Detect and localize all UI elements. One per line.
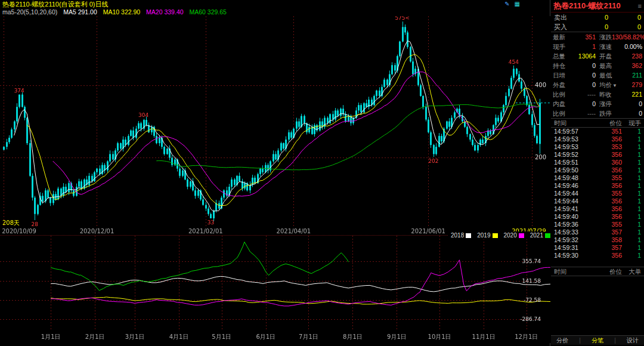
legend-item-2018[interactable]: 2018 bbox=[451, 232, 471, 239]
legend-item-2019[interactable]: 2019 bbox=[477, 232, 497, 239]
quote-cell: 持仓0 bbox=[551, 61, 597, 70]
tick-row[interactable]: 14:59:403561 bbox=[551, 213, 644, 221]
tick-price-header: 价位 bbox=[589, 119, 622, 127]
legend-item-2021[interactable]: 2021 bbox=[530, 232, 550, 239]
tick-time: 14:59:53 bbox=[554, 143, 589, 151]
quote-label: 跌停 bbox=[599, 109, 612, 118]
quote-label: 最新 bbox=[553, 32, 565, 42]
indicator-panel-icon[interactable]: ▦ bbox=[515, 0, 520, 8]
quote-value: 130/58.82% bbox=[612, 32, 644, 42]
tick-row[interactable]: 14:59:413561 bbox=[551, 205, 644, 213]
bid-row[interactable]: 买入 0 0 bbox=[551, 22, 644, 32]
tick-volume: 1 bbox=[622, 236, 641, 244]
quote-label: 涨停 bbox=[599, 99, 612, 109]
quote-row: 外盘0均价▼279 bbox=[551, 80, 644, 89]
draw-tool-icon[interactable]: ✎ bbox=[504, 0, 509, 8]
quote-value: 0.00% bbox=[624, 42, 642, 51]
tick-time: 14:59:51 bbox=[554, 159, 589, 166]
ask-price: 0 bbox=[575, 13, 608, 22]
tick-price: 355 bbox=[589, 221, 622, 228]
tick-time: 14:59:46 bbox=[554, 182, 589, 190]
legend-swatch bbox=[545, 233, 550, 238]
tick-time-header: 时间 bbox=[554, 119, 589, 127]
quote-value: 362 bbox=[631, 61, 642, 70]
tick-row[interactable]: 14:59:313571 bbox=[551, 244, 644, 252]
tick-price: 356 bbox=[589, 252, 622, 260]
ask-row[interactable]: 卖出 0 0 bbox=[551, 13, 644, 22]
tick-time: 14:59:52 bbox=[554, 151, 589, 159]
quote-cell: 涨停0 bbox=[597, 99, 644, 109]
tick-row[interactable]: 14:59:463561 bbox=[551, 182, 644, 190]
tick-time: 14:59:48 bbox=[554, 174, 589, 182]
legend-swatch bbox=[519, 233, 524, 238]
tick-volume: 1 bbox=[622, 182, 641, 190]
quote-value: 0 bbox=[592, 70, 596, 80]
quote-row: 最新351涨跌130/58.82% bbox=[551, 32, 644, 42]
ma-indicator-name: ma5-20(5,10,20,60) bbox=[2, 8, 57, 16]
tick-row[interactable]: 14:59:483551 bbox=[551, 174, 644, 182]
tick-row[interactable]: 14:59:303561 bbox=[551, 252, 644, 260]
big-order-price-header: 价位 bbox=[589, 267, 622, 276]
tick-price: 353 bbox=[589, 143, 622, 151]
quote-value: 1 bbox=[592, 42, 596, 51]
tick-row[interactable]: 14:59:523561 bbox=[551, 151, 644, 159]
tab-分笔[interactable]: 分笔 bbox=[592, 336, 603, 345]
chart-title: 热卷2110-螺纹2110(自设套利 0)日线 bbox=[2, 0, 108, 8]
tick-time: 14:59:36 bbox=[554, 221, 589, 228]
quote-label: 涨跌 bbox=[599, 32, 612, 42]
tick-volume: 1 bbox=[622, 205, 641, 213]
panel-menu-icon[interactable]: ≡ bbox=[638, 0, 642, 12]
tab-separator: | bbox=[579, 336, 581, 345]
tick-price: 360 bbox=[589, 159, 622, 166]
quote-label: 涨速 bbox=[599, 42, 612, 51]
tick-row[interactable]: 14:59:503561 bbox=[551, 166, 644, 174]
chart-title-row: 热卷2110-螺纹2110(自设套利 0)日线 ✎ ▦ bbox=[0, 0, 550, 8]
quote-value: 0 bbox=[592, 80, 596, 89]
tick-list[interactable]: 14:59:57351114:59:53356114:59:53353114:5… bbox=[551, 128, 644, 260]
quote-value: 0 bbox=[592, 99, 596, 109]
tick-time: 14:59:40 bbox=[554, 213, 589, 221]
ask-label: 卖出 bbox=[554, 13, 575, 22]
quote-label: 最高 bbox=[599, 61, 612, 70]
main-candlestick-chart[interactable] bbox=[0, 16, 550, 235]
quote-cell: 现手1 bbox=[551, 42, 597, 51]
bid-price: 0 bbox=[575, 22, 608, 32]
legend-item-2020[interactable]: 2020 bbox=[504, 232, 524, 239]
tick-volume: 1 bbox=[622, 228, 641, 236]
tick-vol-header: 现手 bbox=[622, 119, 641, 127]
tick-row[interactable]: 14:59:573511 bbox=[551, 128, 644, 135]
quote-cell: 比例---- bbox=[551, 89, 597, 99]
tick-row[interactable]: 14:59:333571 bbox=[551, 228, 644, 236]
quote-label: 内盘 bbox=[553, 99, 565, 109]
tick-row[interactable]: 14:59:533561 bbox=[551, 135, 644, 143]
quote-panel-header: 热卷2110-螺纹2110 ≡ bbox=[551, 0, 644, 13]
quote-cell: 涨跌130/58.82% bbox=[597, 32, 644, 42]
quote-row: 现手1涨速0.00% bbox=[551, 42, 644, 51]
tick-time: 14:59:53 bbox=[554, 135, 589, 143]
tick-row[interactable]: 14:59:443561 bbox=[551, 197, 644, 205]
tick-time: 14:59:31 bbox=[554, 244, 589, 252]
ma5-value: MA5 291.00 bbox=[63, 8, 97, 16]
tab-分价[interactable]: 分价 bbox=[556, 336, 568, 345]
tick-row[interactable]: 14:59:363551 bbox=[551, 221, 644, 228]
dropdown-arrow-icon[interactable]: ▼ bbox=[612, 83, 617, 88]
ma10-value: MA10 322.90 bbox=[103, 8, 140, 16]
tick-list-header: 时间 价位 现手 bbox=[551, 118, 644, 128]
tab-设计[interactable]: 设计 bbox=[627, 336, 639, 345]
quote-cell: 总量13064 bbox=[551, 51, 597, 61]
tick-row[interactable]: 14:59:533531 bbox=[551, 143, 644, 151]
tick-volume: 1 bbox=[622, 244, 641, 252]
tick-row[interactable]: 14:59:513601 bbox=[551, 159, 644, 166]
tick-row[interactable]: 14:59:323581 bbox=[551, 236, 644, 244]
tick-price: 357 bbox=[589, 244, 622, 252]
seasonal-comparison-chart[interactable] bbox=[0, 235, 550, 343]
quote-value: 211 bbox=[632, 70, 642, 80]
quote-cell: 外盘0 bbox=[551, 80, 597, 89]
quote-cell: 涨速0.00% bbox=[597, 42, 644, 51]
quote-row: 持仓0最高362 bbox=[551, 61, 644, 70]
quote-label: 外盘 bbox=[553, 80, 565, 89]
quote-row: 比例----昨收221 bbox=[551, 89, 644, 99]
tick-volume: 1 bbox=[622, 221, 641, 228]
tick-row[interactable]: 14:59:443551 bbox=[551, 190, 644, 197]
quote-label: 最低 bbox=[599, 70, 612, 80]
